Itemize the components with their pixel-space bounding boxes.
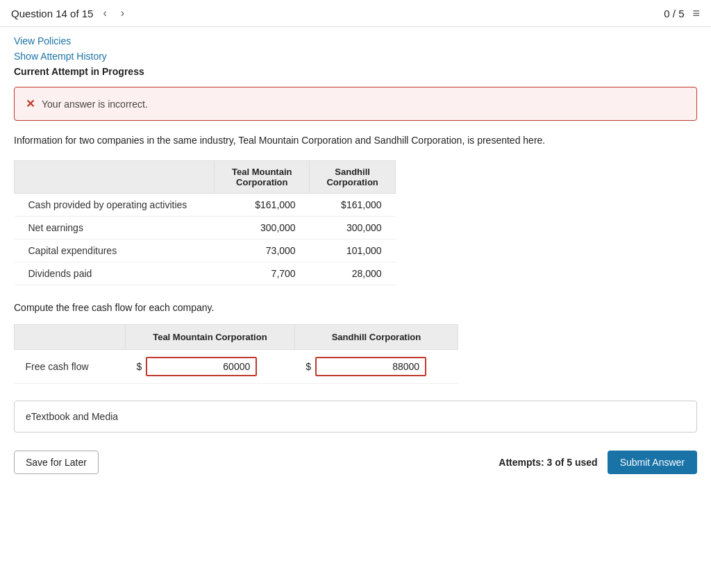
page-wrapper: Question 14 of 15 ‹ › 0 / 5 ≡ View Polic…: [0, 0, 711, 494]
row-label: Dividends paid: [15, 262, 215, 285]
data-table-empty-header: [15, 161, 215, 194]
sandhill-bold-label: Sandhill: [332, 332, 367, 342]
teal-free-cash-flow-input[interactable]: [146, 357, 257, 376]
teal-dollar-sign: $: [136, 361, 142, 372]
view-policies-link[interactable]: View Policies: [14, 35, 697, 47]
question-title: Question 14 of 15: [11, 8, 93, 19]
row-label: Capital expenditures: [15, 240, 215, 262]
header-left: Question 14 of 15 ‹ ›: [11, 6, 128, 21]
teal-normal-label: Corporation: [213, 332, 267, 342]
error-icon: ✕: [26, 97, 35, 110]
data-table-col-sandhill: SandhillCorporation: [310, 161, 396, 194]
teal-answer-cell: $: [125, 350, 294, 384]
row-teal-value: 300,000: [215, 217, 310, 240]
row-label: Cash provided by operating activities: [15, 194, 215, 217]
data-table: Teal MountainCorporation SandhillCorpora…: [14, 160, 396, 285]
submit-answer-button[interactable]: Submit Answer: [608, 451, 697, 474]
save-for-later-button[interactable]: Save for Later: [14, 451, 99, 474]
show-attempt-history-link[interactable]: Show Attempt History: [14, 51, 697, 62]
compute-text: Compute the free cash flow for each comp…: [14, 302, 697, 313]
current-attempt-label: Current Attempt in Progress: [14, 66, 697, 77]
error-message: Your answer is incorrect.: [42, 99, 148, 110]
attempts-text: Attempts: 3 of 5 used: [499, 457, 597, 468]
table-row: Dividends paid 7,700 28,000: [15, 262, 396, 285]
content-area: View Policies Show Attempt History Curre…: [0, 27, 711, 494]
answer-table-col-teal: Teal Mountain Corporation: [125, 325, 294, 350]
teal-bold-label: Teal Mountain: [153, 332, 212, 342]
table-row: Cash provided by operating activities $1…: [15, 194, 396, 217]
info-text: Information for two companies in the sam…: [14, 133, 697, 148]
table-row: Net earnings 300,000 300,000: [15, 217, 396, 240]
row-teal-value: 73,000: [215, 240, 310, 262]
sandhill-answer-cell: $: [294, 350, 458, 384]
row-teal-value: $161,000: [215, 194, 310, 217]
table-row: Capital expenditures 73,000 101,000: [15, 240, 396, 262]
answer-row: Free cash flow $ $: [15, 350, 458, 384]
answer-table: Teal Mountain Corporation Sandhill Corpo…: [14, 324, 458, 384]
sandhill-input-group: $: [306, 357, 446, 376]
etextbook-label: eTextbook and Media: [26, 411, 118, 422]
row-label: Net earnings: [15, 217, 215, 240]
score-display: 0 / 5: [664, 8, 684, 19]
row-sandhill-value: $161,000: [310, 194, 396, 217]
row-sandhill-value: 300,000: [310, 217, 396, 240]
free-cash-flow-label: Free cash flow: [15, 350, 126, 384]
teal-input-group: $: [136, 357, 283, 376]
sandhill-normal-label: Corporation: [367, 332, 421, 342]
next-question-button[interactable]: ›: [117, 6, 128, 21]
data-table-col-teal: Teal MountainCorporation: [215, 161, 310, 194]
sandhill-free-cash-flow-input[interactable]: [315, 357, 426, 376]
row-teal-value: 7,700: [215, 262, 310, 285]
answer-table-col-sandhill: Sandhill Corporation: [294, 325, 458, 350]
menu-icon[interactable]: ≡: [692, 6, 700, 21]
row-sandhill-value: 101,000: [310, 240, 396, 262]
sandhill-dollar-sign: $: [306, 361, 311, 372]
row-sandhill-value: 28,000: [310, 262, 396, 285]
error-box: ✕ Your answer is incorrect.: [14, 87, 697, 121]
header-right: 0 / 5 ≡: [664, 6, 700, 21]
footer-right: Attempts: 3 of 5 used Submit Answer: [499, 451, 697, 474]
footer: Save for Later Attempts: 3 of 5 used Sub…: [14, 445, 697, 480]
header: Question 14 of 15 ‹ › 0 / 5 ≡: [0, 0, 711, 27]
etextbook-box[interactable]: eTextbook and Media: [14, 401, 697, 432]
prev-question-button[interactable]: ‹: [99, 6, 110, 21]
answer-table-empty-header: [15, 325, 126, 350]
